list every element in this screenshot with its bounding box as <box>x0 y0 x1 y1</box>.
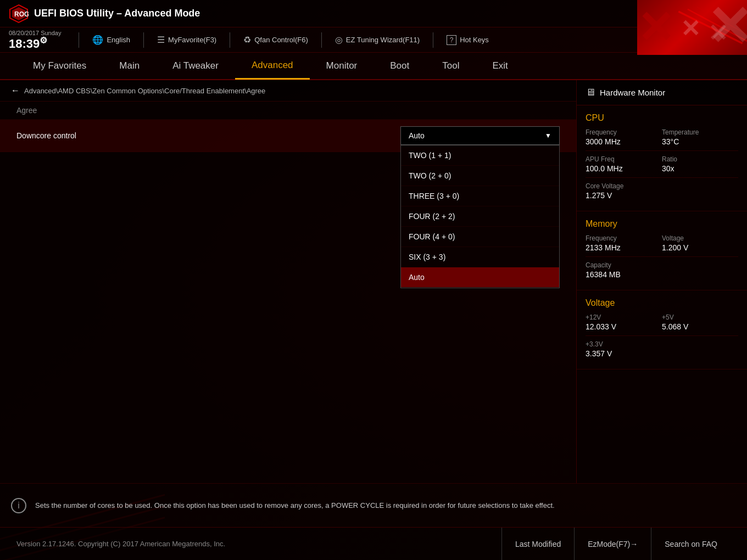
hw-5v-col: +5V 5.068 V <box>662 313 738 331</box>
hw-apu-freq-label: APU Freq <box>586 155 662 163</box>
dropdown-option-four-2-2[interactable]: FOUR (2 + 2) <box>401 206 559 227</box>
dropdown-arrow-icon: ▼ <box>545 132 551 139</box>
ezmode-button[interactable]: EzMode(F7)→ <box>574 528 651 561</box>
hw-cpu-divider-2 <box>586 177 738 178</box>
eztuning-icon: ◎ <box>335 35 343 45</box>
tab-main[interactable]: Main <box>103 52 156 80</box>
hw-mem-frequency-value: 2133 MHz <box>586 243 662 252</box>
hw-mem-frequency-col: Frequency 2133 MHz <box>586 234 662 252</box>
toolbar-language[interactable]: 🌐 English <box>92 35 130 45</box>
downcore-dropdown-container[interactable]: Auto ▼ TWO (1 + 1) TWO (2 + 0) THREE <box>400 126 560 145</box>
tab-ai-tweaker[interactable]: Ai Tweaker <box>156 52 235 80</box>
eztuning-label: EZ Tuning Wizard(F11) <box>346 36 420 44</box>
hw-cpu-row-2: APU Freq 100.0 MHz Ratio 30x <box>586 155 738 173</box>
dropdown-option-auto[interactable]: Auto <box>401 267 559 288</box>
toolbar-qfan[interactable]: ♻ Qfan Control(F6) <box>243 35 308 45</box>
rog-icon: ROG <box>9 4 29 24</box>
datetime: 08/20/2017 Sunday 18:39⚙ <box>9 30 61 50</box>
hw-memory-section: Memory Frequency 2133 MHz Voltage 1.200 … <box>577 211 747 290</box>
hw-ratio-value: 30x <box>662 164 738 173</box>
qfan-label: Qfan Control(F6) <box>254 36 308 44</box>
hw-voltage-divider <box>586 335 738 336</box>
hw-cpu-title: CPU <box>586 113 738 123</box>
myfavorite-label: MyFavorite(F3) <box>168 36 216 44</box>
toolbar-myfavorite[interactable]: ☰ MyFavorite(F3) <box>157 35 216 45</box>
search-faq-button[interactable]: Search on FAQ <box>651 528 731 561</box>
info-icon: i <box>11 498 26 513</box>
hw-cpu-row-3: Core Voltage 1.275 V <box>586 182 738 200</box>
dropdown-option-two-2-0[interactable]: TWO (2 + 0) <box>401 166 559 186</box>
toolbar-divider-1 <box>79 32 79 48</box>
footer-version: Version 2.17.1246. Copyright (C) 2017 Am… <box>16 540 225 548</box>
hw-12v-col: +12V 12.033 V <box>586 313 662 331</box>
footer-buttons: Last Modified EzMode(F7)→ Search on FAQ <box>501 528 731 561</box>
dropdown-option-six-3-3[interactable]: SIX (3 + 3) <box>401 247 559 267</box>
hw-memory-title: Memory <box>586 219 738 229</box>
hw-voltage-row-1: +12V 12.033 V +5V 5.068 V <box>586 313 738 331</box>
toolbar-eztuning[interactable]: ◎ EZ Tuning Wizard(F11) <box>335 35 420 45</box>
toolbar-divider-5 <box>433 32 433 48</box>
tab-boot[interactable]: Boot <box>374 52 426 80</box>
hw-cpu-temperature-col: Temperature 33°C <box>662 128 738 146</box>
hw-cpu-divider-1 <box>586 150 738 151</box>
datetime-time: 18:39⚙ <box>9 36 61 50</box>
hw-ratio-label: Ratio <box>662 155 738 163</box>
info-bar: i Sets the number of cores to be used. O… <box>0 483 747 527</box>
tab-tool[interactable]: Tool <box>426 52 476 80</box>
hw-12v-label: +12V <box>586 313 662 321</box>
hw-mem-voltage-col: Voltage 1.200 V <box>662 234 738 252</box>
header-logo: ROG UEFI BIOS Utility – Advanced Mode <box>9 4 200 24</box>
hw-voltage-title: Voltage <box>586 298 738 308</box>
settings-area: Downcore control Auto ▼ TWO (1 + 1) <box>0 120 576 483</box>
hw-cpu-temperature-label: Temperature <box>662 128 738 136</box>
hw-ratio-col: Ratio 30x <box>662 155 738 173</box>
svg-text:✕: ✕ <box>681 15 700 42</box>
hw-monitor-panel: 🖥 Hardware Monitor CPU Frequency 3000 MH… <box>577 80 747 483</box>
last-modified-button[interactable]: Last Modified <box>501 528 574 561</box>
hw-cpu-temperature-value: 33°C <box>662 137 738 146</box>
hw-mem-divider <box>586 256 738 257</box>
hw-12v-value: 12.033 V <box>586 322 662 331</box>
hw-monitor-title: Hardware Monitor <box>600 88 665 97</box>
qfan-icon: ♻ <box>243 35 251 45</box>
tab-my-favorites[interactable]: My Favorites <box>16 52 103 80</box>
downcore-control-row[interactable]: Downcore control Auto ▼ TWO (1 + 1) <box>0 120 576 152</box>
header: ROG UEFI BIOS Utility – Advanced Mode <box>0 0 747 27</box>
content-panel: ← Advanced\AMD CBS\Zen Common Options\Co… <box>0 80 577 483</box>
hw-33v-value: 3.357 V <box>586 349 738 358</box>
hw-memory-row-1: Frequency 2133 MHz Voltage 1.200 V <box>586 234 738 252</box>
hw-core-voltage-label: Core Voltage <box>586 182 738 190</box>
hw-core-voltage-value: 1.275 V <box>586 191 738 200</box>
breadcrumb: ← Advanced\AMD CBS\Zen Common Options\Co… <box>0 80 576 102</box>
svg-text:✕: ✕ <box>708 20 728 46</box>
toolbar-hotkeys[interactable]: ? Hot Keys <box>447 35 489 45</box>
hw-cpu-frequency-col: Frequency 3000 MHz <box>586 128 662 146</box>
hw-cpu-section: CPU Frequency 3000 MHz Temperature 33°C … <box>577 105 747 211</box>
datetime-date: 08/20/2017 Sunday <box>9 30 61 36</box>
toolbar: 08/20/2017 Sunday 18:39⚙ 🌐 English ☰ MyF… <box>0 27 747 53</box>
downcore-dropdown-menu: TWO (1 + 1) TWO (2 + 0) THREE (3 + 0) FO… <box>400 145 560 288</box>
tab-advanced[interactable]: Advanced <box>235 52 310 80</box>
downcore-selected-value: Auto <box>409 131 425 140</box>
hw-capacity-col: Capacity 16384 MB <box>586 261 738 279</box>
downcore-dropdown-trigger[interactable]: Auto ▼ <box>400 126 560 145</box>
dropdown-option-two-1-1[interactable]: TWO (1 + 1) <box>401 145 559 166</box>
language-label: English <box>107 36 130 44</box>
tab-monitor[interactable]: Monitor <box>310 52 374 80</box>
hw-mem-voltage-label: Voltage <box>662 234 738 242</box>
toolbar-divider-3 <box>230 32 230 48</box>
hw-cpu-frequency-value: 3000 MHz <box>586 137 662 146</box>
breadcrumb-back-icon[interactable]: ← <box>11 86 20 96</box>
hw-5v-label: +5V <box>662 313 738 321</box>
footer: Version 2.17.1246. Copyright (C) 2017 Am… <box>0 527 747 560</box>
info-text: Sets the number of cores to be used. Onc… <box>35 500 555 511</box>
hw-apu-freq-col: APU Freq 100.0 MHz <box>586 155 662 173</box>
dropdown-option-three-3-0[interactable]: THREE (3 + 0) <box>401 186 559 206</box>
hw-5v-value: 5.068 V <box>662 322 738 331</box>
breadcrumb-path: Advanced\AMD CBS\Zen Common Options\Core… <box>24 87 265 95</box>
dropdown-option-four-4-0[interactable]: FOUR (4 + 0) <box>401 227 559 247</box>
tab-exit[interactable]: Exit <box>476 52 524 80</box>
hotkeys-label: Hot Keys <box>460 36 489 44</box>
header-title: UEFI BIOS Utility – Advanced Mode <box>34 8 200 19</box>
section-label: Agree <box>0 102 576 120</box>
